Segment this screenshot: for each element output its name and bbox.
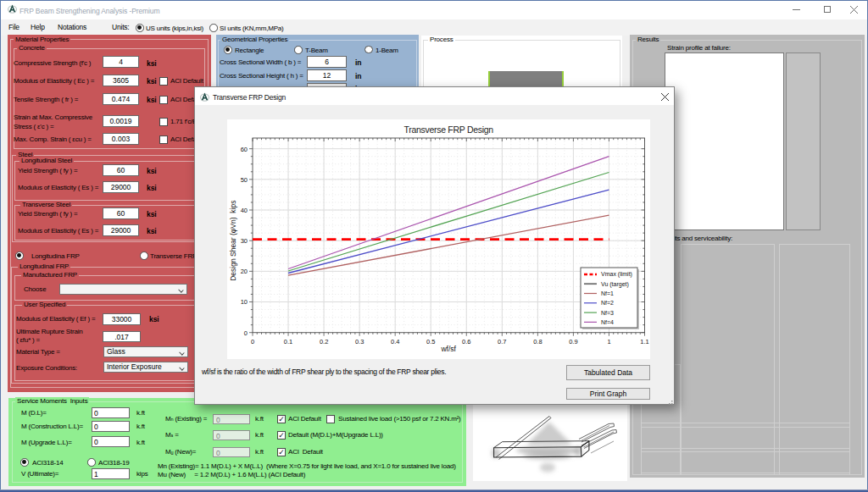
svg-text:Transverse FRP Design: Transverse FRP Design: [404, 124, 494, 135]
svg-text:1.1: 1.1: [640, 338, 648, 346]
svg-text:Nf=1: Nf=1: [601, 290, 614, 296]
svg-text:0.3: 0.3: [355, 338, 364, 346]
svg-text:wf/sf: wf/sf: [440, 345, 456, 353]
svg-text:60: 60: [241, 146, 248, 153]
svg-text:40: 40: [241, 207, 248, 214]
svg-text:0.8: 0.8: [533, 338, 542, 346]
svg-text:Nf=3: Nf=3: [601, 310, 614, 316]
svg-text:0.9: 0.9: [569, 338, 577, 346]
svg-text:Design Shear (φVn) kips: Design Shear (φVn) kips: [229, 201, 237, 281]
svg-text:0.6: 0.6: [462, 338, 470, 346]
svg-text:0.5: 0.5: [426, 338, 435, 346]
svg-text:Nf=2: Nf=2: [601, 300, 614, 306]
svg-text:Vu (target): Vu (target): [601, 281, 629, 288]
svg-text:0.2: 0.2: [320, 338, 328, 346]
svg-text:30: 30: [241, 237, 248, 245]
svg-text:0.7: 0.7: [498, 338, 506, 346]
svg-text:0.1: 0.1: [284, 338, 292, 346]
svg-text:50: 50: [241, 176, 248, 184]
svg-text:0.4: 0.4: [391, 338, 399, 346]
svg-text:1: 1: [607, 338, 610, 346]
svg-text:Vmax (limit): Vmax (limit): [601, 271, 632, 278]
svg-text:Nf=4: Nf=4: [601, 319, 614, 325]
svg-text:0: 0: [251, 338, 254, 346]
svg-text:20: 20: [241, 268, 248, 275]
svg-text:10: 10: [241, 298, 248, 306]
svg-text:0: 0: [244, 329, 248, 337]
